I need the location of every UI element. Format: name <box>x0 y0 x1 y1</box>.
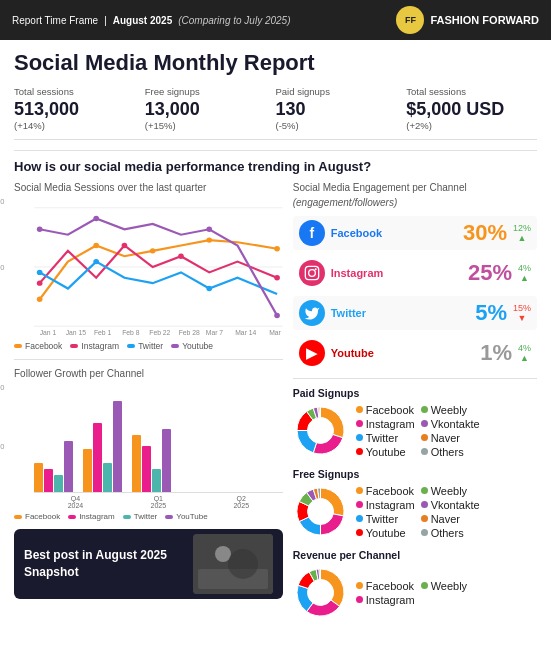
donut-legend-item: Naver <box>421 513 480 525</box>
engagement-title: Social Media Engagement per Channel <box>293 182 537 193</box>
bar-legend-label: Twitter <box>134 512 158 521</box>
bar <box>103 463 112 492</box>
svg-text:Feb 22: Feb 22 <box>149 329 170 336</box>
donut-dot <box>421 420 428 427</box>
section-question: How is our social media performance tren… <box>14 159 537 174</box>
stat-item: Free signups 13,000 (+15%) <box>145 86 276 131</box>
channel-pct: 1% <box>480 340 512 366</box>
svg-point-18 <box>274 313 280 318</box>
bar-chart <box>34 383 283 493</box>
donut-legend-text: Instagram <box>366 594 415 606</box>
channel-change: 4% ▲ <box>518 343 531 363</box>
donut-legend-left: FacebookInstagramTwitterYoutube <box>356 404 415 460</box>
donut-legend-item: Facebook <box>356 580 415 592</box>
donut-legend-text: Weebly <box>431 485 467 497</box>
svg-point-34 <box>314 268 316 270</box>
donut-dot <box>356 596 363 603</box>
channel-icon <box>299 300 325 326</box>
donut-legend-item: Twitter <box>356 513 415 525</box>
donut-dot <box>421 434 428 441</box>
header-bar: Report Time Frame | August 2025 (Compari… <box>0 0 551 40</box>
comparing-label: (Comparing to July 2025) <box>178 15 290 26</box>
donut-dot <box>356 406 363 413</box>
bar-group <box>34 441 73 492</box>
channel-name: Twitter <box>331 307 469 319</box>
legend-label: Instagram <box>81 341 119 351</box>
stat-label: Total sessions <box>406 86 527 97</box>
donut-legend-text: Youtube <box>366 446 406 458</box>
svg-text:Feb 8: Feb 8 <box>122 329 140 336</box>
donut-legend-item: Others <box>421 527 480 539</box>
donut-dot <box>356 501 363 508</box>
bar-x-label: Q4 2024 <box>68 495 84 509</box>
svg-point-9 <box>122 243 128 248</box>
donut-legend-item: Weebly <box>421 404 480 416</box>
right-column: Social Media Engagement per Channel (eng… <box>293 182 537 630</box>
stat-change: (+2%) <box>406 120 527 131</box>
donut-svg <box>293 565 348 622</box>
donut-dot <box>421 501 428 508</box>
svg-point-33 <box>308 270 315 277</box>
legend-item: Facebook <box>14 341 62 351</box>
stat-item: Total sessions $5,000 USD (+2%) <box>406 86 537 131</box>
donut-legend-item: Naver <box>421 432 480 444</box>
change-value: 12% <box>513 223 531 233</box>
channel-change: 4% ▲ <box>518 263 531 283</box>
bar-group <box>83 401 122 492</box>
donut-legend-text: Weebly <box>431 580 467 592</box>
donut-legend-item: Vkontakte <box>421 499 480 511</box>
bar <box>93 423 102 492</box>
bar-x-label: Q1 2025 <box>151 495 167 509</box>
donut-legend: FacebookInstagramTwitterYoutubeWeeblyVko… <box>356 404 480 460</box>
donut-dot <box>421 406 428 413</box>
change-arrow: ▲ <box>520 353 529 363</box>
svg-point-7 <box>274 246 280 251</box>
bar <box>132 435 141 492</box>
donut-legend-item: Instagram <box>356 418 415 430</box>
report-title: Social Media Monthly Report <box>14 50 537 76</box>
donut-legend-text: Instagram <box>366 418 415 430</box>
donut-legend: FacebookInstagramTwitterYoutubeWeeblyVko… <box>356 485 480 541</box>
donut-legend-item: Twitter <box>356 432 415 444</box>
legend-label: Twitter <box>138 341 163 351</box>
stat-change: (-5%) <box>276 120 397 131</box>
bar <box>152 469 161 492</box>
stat-item: Total sessions 513,000 (+14%) <box>14 86 145 131</box>
bar-legend-item: YouTube <box>165 512 207 521</box>
stat-label: Paid signups <box>276 86 397 97</box>
svg-point-5 <box>150 248 156 253</box>
legend-dot <box>14 344 22 348</box>
donut-chart-wrapper: Revenue per ChannelFacebookInstagramWeeb… <box>293 549 537 622</box>
change-arrow: ▼ <box>518 313 527 323</box>
channel-change: 15% ▼ <box>513 303 531 323</box>
channel-rows: f Facebook 30% 12% ▲ Instagram 25% 4% ▲ … <box>293 216 537 370</box>
bar-legend-item: Facebook <box>14 512 60 521</box>
donut-legend-item: Weebly <box>421 485 480 497</box>
svg-point-16 <box>93 216 99 221</box>
donut-legend-right: Weebly <box>421 580 467 608</box>
change-value: 15% <box>513 303 531 313</box>
donut-legend-text: Youtube <box>366 527 406 539</box>
channel-row: Twitter 5% 15% ▼ <box>293 296 537 330</box>
donut-dot <box>356 515 363 522</box>
bar <box>64 441 73 492</box>
two-col-section: Social Media Sessions over the last quar… <box>14 182 537 630</box>
svg-point-13 <box>93 259 99 264</box>
bar-legend-item: Twitter <box>123 512 158 521</box>
legend-dot <box>171 344 179 348</box>
channel-pct: 5% <box>475 300 507 326</box>
donut-dot <box>421 582 428 589</box>
bar <box>142 446 151 492</box>
report-period: August 2025 <box>113 15 172 26</box>
channel-name: Instagram <box>331 267 462 279</box>
channel-pct: 30% <box>463 220 507 246</box>
channel-icon <box>299 260 325 286</box>
donut-legend-text: Twitter <box>366 432 398 444</box>
donut-svg <box>293 403 348 460</box>
donut-legend-text: Naver <box>431 513 460 525</box>
bar-legend-item: Instagram <box>68 512 115 521</box>
donut-section: Paid SignupsFacebookInstagramTwitterYout… <box>293 387 537 622</box>
legend-dot <box>70 344 78 348</box>
svg-text:Jan 15: Jan 15 <box>66 329 87 336</box>
donut-row: FacebookInstagramWeebly <box>293 565 537 622</box>
